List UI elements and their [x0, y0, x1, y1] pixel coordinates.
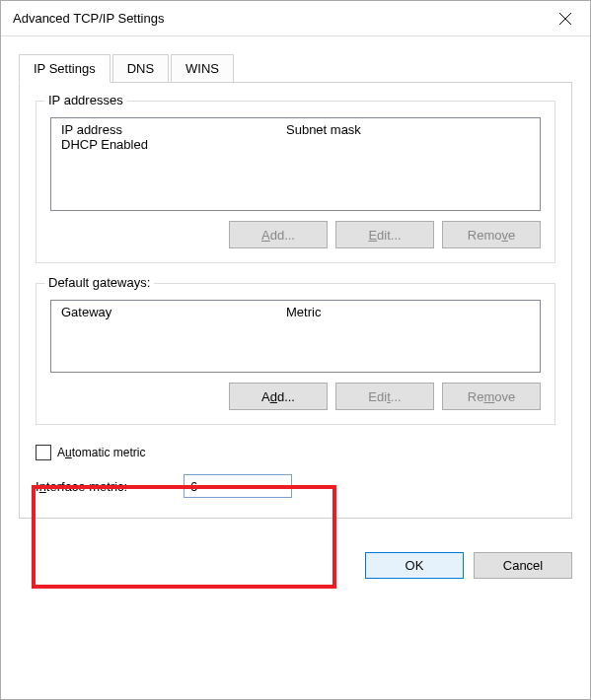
ip-addresses-legend: IP addresses: [44, 93, 127, 107]
ip-dhcp-label: DHCP Enabled: [61, 137, 286, 152]
dialog-content: IP Settings DNS WINS IP addresses IP add…: [1, 36, 590, 536]
ip-list-row: DHCP Enabled: [51, 137, 540, 152]
ip-add-button[interactable]: Add...: [229, 221, 328, 248]
tab-dns[interactable]: DNS: [112, 54, 169, 83]
interface-metric-label: Interface metric:: [36, 479, 164, 494]
automatic-metric-checkbox[interactable]: [36, 445, 51, 460]
titlebar: Advanced TCP/IP Settings: [1, 1, 590, 36]
ip-col-subnet: Subnet mask: [286, 122, 530, 137]
tab-wins[interactable]: WINS: [171, 54, 234, 83]
ok-button[interactable]: OK: [365, 552, 464, 579]
interface-metric-row: Interface metric:: [36, 474, 555, 498]
ip-edit-button[interactable]: Edit...: [335, 221, 434, 248]
cancel-button[interactable]: Cancel: [474, 552, 572, 579]
gw-add-button[interactable]: Add...: [229, 383, 328, 410]
metric-section: Automatic metric Interface metric:: [36, 445, 555, 498]
close-icon: [559, 13, 571, 25]
gw-col-gateway: Gateway: [61, 305, 286, 319]
ip-addresses-list[interactable]: IP address Subnet mask DHCP Enabled: [50, 117, 541, 211]
dialog-buttons: OK Cancel: [1, 536, 590, 579]
ip-remove-button[interactable]: Remove: [442, 221, 541, 248]
gateways-list[interactable]: Gateway Metric: [50, 300, 541, 373]
gateways-legend: Default gateways:: [44, 275, 154, 290]
automatic-metric-label: Automatic metric: [57, 446, 145, 459]
gw-remove-button[interactable]: Remove: [442, 383, 541, 410]
window-title: Advanced TCP/IP Settings: [13, 11, 164, 26]
ip-col-address: IP address: [61, 122, 286, 137]
ip-addresses-group: IP addresses IP address Subnet mask DHCP…: [36, 101, 555, 263]
tab-strip: IP Settings DNS WINS: [19, 54, 572, 83]
close-button[interactable]: [541, 1, 590, 36]
gateways-group: Default gateways: Gateway Metric Add... …: [36, 283, 555, 425]
ip-buttons: Add... Edit... Remove: [50, 221, 541, 248]
gw-list-header: Gateway Metric: [51, 301, 540, 319]
ip-list-header: IP address Subnet mask: [51, 118, 540, 137]
gw-buttons: Add... Edit... Remove: [50, 383, 541, 410]
interface-metric-input[interactable]: [184, 474, 292, 498]
gw-edit-button[interactable]: Edit...: [335, 383, 434, 410]
automatic-metric-row: Automatic metric: [36, 445, 555, 460]
tab-ip-settings[interactable]: IP Settings: [19, 54, 111, 83]
gw-col-metric: Metric: [286, 305, 530, 319]
tab-panel: IP addresses IP address Subnet mask DHCP…: [19, 83, 572, 519]
